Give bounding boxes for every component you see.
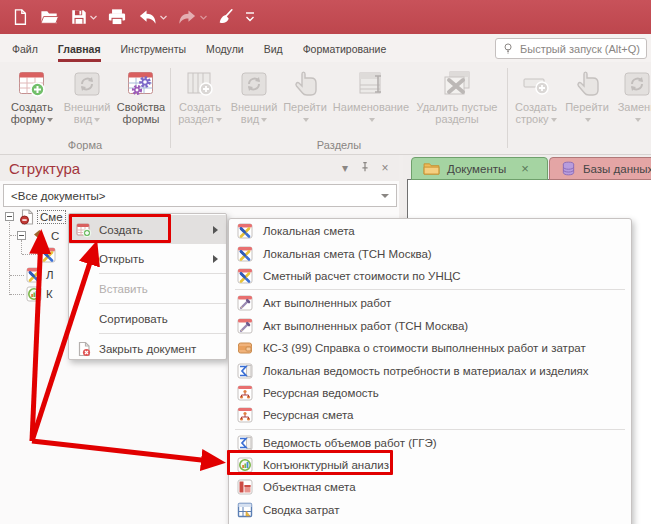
menu-item-close-document[interactable]: Закрыть документ: [69, 334, 226, 363]
structure-panel-header: Структура ▾ ×: [0, 155, 399, 181]
local-estimate-icon: [237, 223, 253, 239]
form-properties-button[interactable]: Свойстваформы: [114, 65, 168, 125]
tree-node-label[interactable]: Л: [44, 269, 56, 281]
local-estimate-icon: [237, 268, 253, 284]
table-plus-icon: [16, 68, 48, 100]
row-plus-icon: [520, 68, 552, 100]
combo-arrow-icon: [381, 194, 389, 198]
document-badge-icon: [19, 209, 35, 225]
group-label-form: Форма: [0, 139, 170, 151]
tab-modules[interactable]: Модули: [206, 36, 244, 61]
group-label-sections: Разделы: [172, 139, 506, 151]
tree-node-label[interactable]: Сме: [37, 210, 66, 224]
documents-filter-combo[interactable]: <Все документы>: [3, 184, 397, 207]
tables-delete-icon: [441, 68, 473, 100]
database-icon: [561, 161, 576, 176]
delete-empty-sections-button[interactable]: Удалить пустыеразделы: [412, 65, 502, 125]
create-submenu: Локальная смета Локальная смета (ТСН Мос…: [228, 218, 632, 524]
resource-icon: [237, 407, 253, 423]
refresh-icon: [621, 68, 651, 100]
lightbulb-icon: [502, 42, 514, 55]
submenu-item[interactable]: Ресурсная смета: [229, 404, 631, 426]
market-analysis-icon: [26, 286, 42, 302]
create-section-button[interactable]: Создатьраздел: [175, 65, 225, 125]
titlebar: [0, 0, 651, 34]
tree-node-label[interactable]: С: [49, 230, 61, 242]
local-estimate-icon: [237, 246, 253, 262]
folder-icon: [423, 162, 440, 175]
tab-databases[interactable]: Базы данных: [549, 157, 651, 180]
section-name-button[interactable]: Наименование: [330, 65, 412, 125]
tab-home[interactable]: Главная: [58, 36, 101, 61]
ribbon-group-form: Создатьформу Внешнийвид Свойстваформы Фо…: [0, 62, 170, 154]
annotation-box-create: [69, 214, 171, 243]
clear-format-button[interactable]: [214, 4, 238, 30]
table-cursor-icon: [355, 68, 387, 100]
create-form-button[interactable]: Создатьформу: [6, 65, 58, 125]
cost-summary-icon: [237, 502, 253, 518]
annotation-box-market-analysis: [227, 450, 393, 475]
quick-search-input[interactable]: Быстрый запуск (Alt+Q): [495, 38, 647, 59]
menu-item-paste[interactable]: Вставить: [69, 274, 226, 303]
new-document-button[interactable]: [8, 4, 32, 30]
object-estimate-icon: [237, 479, 253, 495]
ks3-icon: [237, 340, 253, 356]
submenu-item[interactable]: Акт выполненных работ: [229, 292, 631, 314]
submenu-item[interactable]: Объектная смета: [229, 476, 631, 498]
refresh-icon: [238, 68, 270, 100]
tab-file[interactable]: Файл: [12, 36, 38, 61]
ribbon: Создатьформу Внешнийвид Свойстваформы Фо…: [0, 62, 651, 155]
sigma-icon: [237, 435, 253, 451]
act-icon: [237, 295, 253, 311]
hand-icon: [289, 68, 321, 100]
submenu-item[interactable]: Сметный расчет стоимости по УНЦС: [229, 265, 631, 287]
form-appearance-button[interactable]: Внешнийвид: [60, 65, 114, 125]
menu-item-sort[interactable]: Сортировать: [69, 304, 226, 333]
refresh-icon: [71, 68, 103, 100]
sigma-icon: [237, 363, 253, 379]
collapse-icon[interactable]: [5, 212, 14, 221]
tab-close-icon[interactable]: ×: [521, 161, 529, 176]
submenu-item[interactable]: Локальная ведомость потребности в матери…: [229, 359, 631, 381]
tab-view[interactable]: Вид: [264, 36, 283, 61]
tab-documents-label: Документы: [447, 163, 506, 175]
tab-databases-label: Базы данных: [583, 163, 651, 175]
combo-value: <Все документы>: [11, 190, 106, 202]
redo-button[interactable]: [174, 4, 210, 30]
local-estimate-icon: [26, 267, 42, 283]
replace-button[interactable]: Замени: [613, 65, 651, 125]
tab-formatting[interactable]: Форматирование: [303, 36, 387, 61]
hammer-icon: [31, 228, 47, 244]
ribbon-group-rows: Создатьстроку Перейти Замени: [509, 62, 651, 154]
panel-title: Структура: [9, 160, 335, 177]
search-placeholder: Быстрый запуск (Alt+Q): [520, 43, 640, 55]
submenu-item[interactable]: Акт выполненных работ (ТСН Москва): [229, 315, 631, 337]
create-row-button[interactable]: Создатьстроку: [511, 65, 561, 125]
goto-row-button[interactable]: Перейти: [563, 65, 611, 125]
save-button[interactable]: [67, 4, 100, 30]
panel-close-icon[interactable]: ×: [375, 161, 395, 175]
tab-documents[interactable]: Документы ×: [411, 157, 548, 180]
menu-item-open[interactable]: Открыть: [69, 244, 226, 273]
panel-menu-icon[interactable]: ▾: [335, 161, 355, 175]
table-gear-icon: [125, 68, 157, 100]
section-appearance-button[interactable]: Внешнийвид: [227, 65, 281, 125]
print-button[interactable]: [104, 4, 130, 30]
submenu-item[interactable]: Локальная смета (ТСН Москва): [229, 242, 631, 264]
tab-tools[interactable]: Инструменты: [121, 36, 186, 61]
undo-button[interactable]: [134, 4, 170, 30]
ribbon-group-sections: Создатьраздел Внешнийвид Перейти Наимено…: [172, 62, 506, 154]
customize-toolbar-button[interactable]: [242, 4, 258, 30]
submenu-item[interactable]: Ресурсная ведомость: [229, 382, 631, 404]
panel-pin-icon[interactable]: [355, 161, 375, 176]
columns-plus-icon: [184, 68, 216, 100]
submenu-item[interactable]: КС-3 (99) Справка о стоимости выполненны…: [229, 337, 631, 359]
open-folder-button[interactable]: [36, 4, 63, 30]
submenu-item[interactable]: Сводка затрат: [229, 499, 631, 521]
goto-section-button[interactable]: Перейти: [281, 65, 329, 125]
submenu-arrow-icon: [213, 255, 218, 263]
submenu-item[interactable]: Локальная смета: [229, 220, 631, 242]
collapse-icon[interactable]: [17, 231, 26, 240]
tree-node-label[interactable]: К: [44, 288, 55, 300]
submenu-arrow-icon: [213, 226, 218, 234]
